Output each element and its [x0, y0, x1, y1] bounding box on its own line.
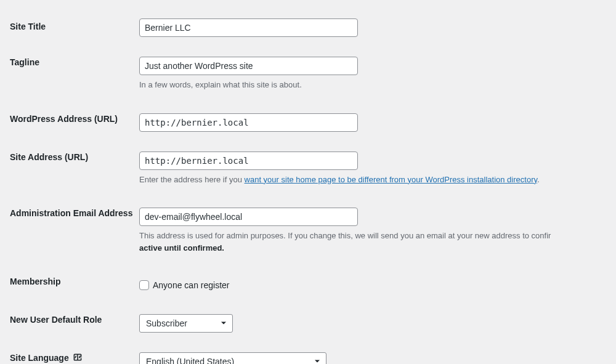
- membership-checkbox[interactable]: [139, 280, 149, 290]
- membership-checkbox-label: Anyone can register: [153, 280, 230, 290]
- new-user-role-select[interactable]: Subscriber: [139, 314, 233, 333]
- site-title-input[interactable]: [139, 18, 358, 37]
- label-site-address: Site Address (URL): [10, 139, 139, 193]
- label-tagline: Tagline: [10, 44, 139, 99]
- tagline-input[interactable]: [139, 57, 358, 75]
- label-text: New User Default Role: [10, 315, 102, 325]
- site-language-select[interactable]: English (United States): [139, 352, 326, 364]
- site-address-description: Enter the address here if you want your …: [139, 174, 600, 186]
- tagline-description: In a few words, explain what this site i…: [139, 79, 600, 91]
- label-site-language: Site Language: [10, 340, 139, 364]
- admin-email-input[interactable]: [139, 208, 358, 226]
- label-text: Tagline: [10, 57, 39, 67]
- label-text: Site Title: [10, 22, 46, 31]
- label-text: Administration Email Address: [10, 208, 132, 218]
- label-text: Site Address (URL): [10, 152, 88, 162]
- site-address-help-link[interactable]: want your site home page to be different…: [245, 175, 537, 184]
- label-text: WordPress Address (URL): [10, 114, 118, 124]
- label-text: Membership: [10, 277, 60, 286]
- label-text: Site Language: [10, 353, 69, 363]
- description-strong: active until confirmed.: [139, 243, 224, 253]
- translate-icon: [73, 352, 83, 364]
- wp-address-input[interactable]: [139, 113, 358, 132]
- label-membership: Membership: [10, 261, 139, 302]
- site-address-input[interactable]: [139, 152, 358, 170]
- description-text: This address is used for admin purposes.…: [139, 231, 551, 240]
- description-suffix: .: [537, 175, 540, 184]
- label-wp-address: WordPress Address (URL): [10, 99, 139, 139]
- label-new-user-role: New User Default Role: [10, 302, 139, 340]
- label-site-title: Site Title: [10, 11, 139, 44]
- admin-email-description: This address is used for admin purposes.…: [139, 230, 600, 254]
- description-prefix: Enter the address here if you: [139, 175, 245, 184]
- label-admin-email: Administration Email Address: [10, 193, 139, 261]
